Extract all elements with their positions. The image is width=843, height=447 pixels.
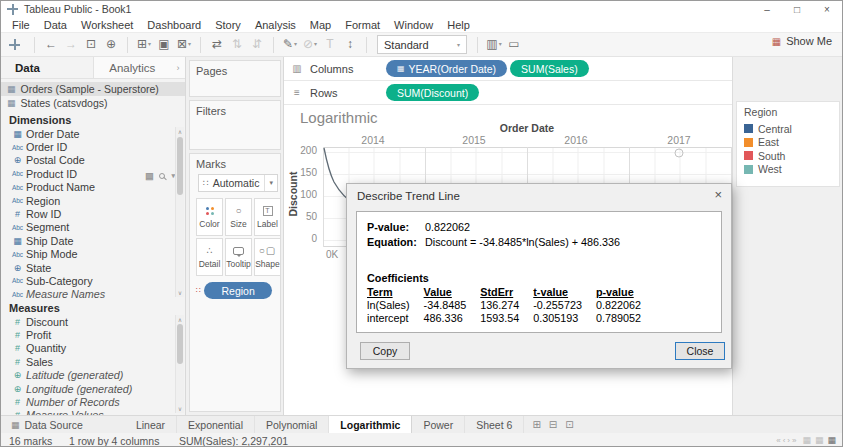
duplicate-button[interactable]: ▣ <box>154 33 174 56</box>
data-source-orders[interactable]: ▦ Orders (Sample - Superstore) <box>1 82 185 96</box>
data-source-tab[interactable]: ▦ Data Source <box>1 416 93 433</box>
field-discount[interactable]: #Discount <box>1 315 173 328</box>
menu-format[interactable]: Format <box>338 19 387 31</box>
fit-selector[interactable]: Standard▾ <box>377 35 467 54</box>
sheet-tab-logarithmic[interactable]: Logarithmic <box>329 416 412 433</box>
dropdown-caret-icon: ▾ <box>148 33 151 56</box>
presentation-mode-button[interactable]: ▭ <box>504 33 524 56</box>
sheet-tab-polynomial[interactable]: Polynomial <box>255 416 329 433</box>
measures-scrollbar[interactable]: ∧ ∨ <box>175 315 184 413</box>
field-segment[interactable]: AbcSegment <box>1 221 173 234</box>
detail-icon: ∴ <box>206 245 212 256</box>
highlight-button[interactable]: ✎▾ <box>280 33 300 56</box>
swap-rows-columns-button[interactable]: ⇄ <box>207 33 227 56</box>
tableau-home-button[interactable] <box>7 39 28 50</box>
pages-card[interactable]: Pages <box>189 60 281 97</box>
tab-data[interactable]: Data <box>1 57 93 78</box>
region-pill[interactable]: Region <box>204 282 272 299</box>
field-state[interactable]: ⊕State <box>1 261 173 274</box>
field-ship-mode[interactable]: AbcShip Mode <box>1 248 173 261</box>
sort-descending-button[interactable]: ⇵ <box>247 33 267 56</box>
field-order-date[interactable]: ▦Order Date <box>1 127 173 140</box>
sum-discount-pill[interactable]: SUM(Discount) <box>386 84 479 101</box>
undo-button[interactable]: ← <box>41 33 61 56</box>
minimize-button[interactable]: – <box>752 1 782 17</box>
field-sales[interactable]: #Sales <box>1 355 173 368</box>
save-button[interactable]: ⊡ <box>81 33 101 56</box>
sheet-tab-power[interactable]: Power <box>412 416 465 433</box>
show-tabs-icon[interactable]: ▦ <box>827 435 836 445</box>
copy-button[interactable]: Copy <box>360 342 410 360</box>
detail-button[interactable]: ∴ Detail <box>196 238 223 276</box>
field-number-of-records[interactable]: #Number of Records <box>1 395 173 408</box>
field-postal-code[interactable]: ⊕Postal Code <box>1 154 173 167</box>
year-order-date-pill[interactable]: ▦YEAR(Order Date) <box>386 60 507 77</box>
menu-window[interactable]: Window <box>387 19 440 31</box>
sheet-navigation-icons[interactable]: «‹›» <box>776 436 798 445</box>
menu-dashboard[interactable]: Dashboard <box>140 19 208 31</box>
sort-ascending-button[interactable]: ⇅ <box>227 33 247 56</box>
legend-item-south[interactable]: South <box>744 149 832 163</box>
new-data-source-button[interactable]: ⊕ <box>101 33 121 56</box>
menu-help[interactable]: Help <box>440 19 477 31</box>
data-source-states[interactable]: ▦ States (catsvdogs) <box>1 96 185 110</box>
close-button[interactable]: × <box>812 1 842 17</box>
field-region[interactable]: AbcRegion <box>1 194 173 207</box>
maximize-button[interactable]: □ <box>782 1 812 17</box>
calendar-icon: ▦ <box>9 129 26 139</box>
label-button[interactable]: T Label <box>254 198 281 236</box>
new-worksheet-icon[interactable]: ⊞ <box>532 419 540 430</box>
sheet-tab-linear[interactable]: Linear <box>125 416 177 433</box>
sheet-tab-exponential[interactable]: Exponential <box>177 416 255 433</box>
size-button[interactable]: ○ Size <box>225 198 252 236</box>
sum-sales-pill[interactable]: SUM(Sales) <box>510 60 589 77</box>
tab-analytics[interactable]: Analytics <box>93 57 172 78</box>
legend-item-east[interactable]: East <box>744 136 832 150</box>
shape-button[interactable]: ○▢ Shape <box>254 238 281 276</box>
field-latitude-generated[interactable]: ⊕Latitude (generated) <box>1 369 173 382</box>
globe-icon: ⊕ <box>9 155 26 165</box>
field-product-name[interactable]: AbcProduct Name <box>1 181 173 194</box>
menu-worksheet[interactable]: Worksheet <box>74 19 140 31</box>
dialog-close-icon[interactable]: × <box>714 187 722 202</box>
legend-swatch <box>744 138 753 147</box>
columns-shelf[interactable]: ▥ Columns ▦YEAR(Order Date) SUM(Sales) <box>284 57 732 81</box>
menu-data[interactable]: Data <box>37 19 74 31</box>
field-product-id[interactable]: AbcProduct ID <box>1 167 173 180</box>
sheet-tab-sheet6[interactable]: Sheet 6 <box>465 416 524 433</box>
show-sheet-sorter-icon[interactable]: ▦ <box>802 435 811 445</box>
clear-sheet-button[interactable]: ⊠▾ <box>174 33 194 56</box>
new-story-icon[interactable]: ⊡ <box>565 419 573 430</box>
color-button[interactable]: Color <box>196 198 223 236</box>
menu-story[interactable]: Story <box>208 19 248 31</box>
field-row-id[interactable]: #Row ID <box>1 207 173 220</box>
legend-item-west[interactable]: West <box>744 163 832 177</box>
field-ship-date[interactable]: ▦Ship Date <box>1 234 173 247</box>
fix-axes-button[interactable]: ↕ <box>340 33 360 56</box>
rows-shelf[interactable]: ≡ Rows SUM(Discount) <box>284 81 732 105</box>
menu-analysis[interactable]: Analysis <box>248 19 303 31</box>
field-longitude-generated[interactable]: ⊕Longitude (generated) <box>1 382 173 395</box>
legend-item-central[interactable]: Central <box>744 122 832 136</box>
mark-type-selector[interactable]: ∷ Automatic ▾ <box>198 174 278 192</box>
collapse-pane-icon[interactable]: › <box>171 57 185 78</box>
filters-card[interactable]: Filters <box>189 100 281 150</box>
menu-file[interactable]: File <box>5 19 37 31</box>
close-button[interactable]: Close <box>675 342 725 360</box>
menu-map[interactable]: Map <box>303 19 338 31</box>
show-hide-cards-button[interactable]: ▥▾ <box>484 33 504 56</box>
new-dashboard-icon[interactable]: ⊟ <box>549 419 557 430</box>
field-sub-category[interactable]: AbcSub-Category <box>1 274 173 287</box>
tooltip-button[interactable]: Tooltip <box>225 238 252 276</box>
show-mark-labels-button[interactable]: T <box>320 33 340 56</box>
field-order-id[interactable]: AbcOrder ID <box>1 140 173 153</box>
show-filmstrip-icon[interactable]: ▦ <box>815 435 824 445</box>
format-button[interactable]: ⊘▾ <box>300 33 320 56</box>
table-row: ln(Sales) -34.8485 136.274 -0.255723 0.8… <box>367 299 655 312</box>
show-me-button[interactable]: ▦ Show Me <box>772 35 832 47</box>
new-worksheet-button[interactable]: ⊞▾ <box>134 33 154 56</box>
field-profit[interactable]: #Profit <box>1 328 173 341</box>
dimensions-scrollbar[interactable]: ∧ ∨ <box>175 127 184 297</box>
field-quantity[interactable]: #Quantity <box>1 342 173 355</box>
redo-button[interactable]: → <box>61 33 81 56</box>
